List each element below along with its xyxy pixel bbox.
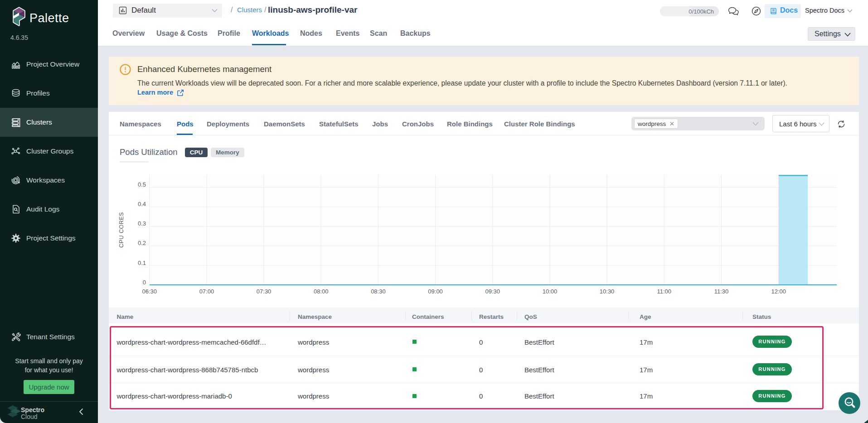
svg-text:11:30: 11:30 bbox=[714, 288, 729, 295]
svg-text:08:30: 08:30 bbox=[371, 288, 386, 295]
svg-text:0.5: 0.5 bbox=[138, 181, 146, 188]
svg-text:10:30: 10:30 bbox=[600, 288, 615, 295]
svg-text:07:30: 07:30 bbox=[257, 288, 272, 295]
svg-text:0.1: 0.1 bbox=[138, 260, 146, 266]
svg-text:0.2: 0.2 bbox=[138, 240, 146, 246]
svg-text:0.3: 0.3 bbox=[138, 220, 146, 227]
svg-text:0.4: 0.4 bbox=[138, 201, 146, 207]
svg-text:09:00: 09:00 bbox=[428, 288, 443, 295]
svg-text:CPU CORES: CPU CORES bbox=[118, 212, 125, 248]
svg-text:10:00: 10:00 bbox=[543, 288, 558, 295]
svg-text:07:00: 07:00 bbox=[199, 288, 214, 295]
svg-text:12:00: 12:00 bbox=[771, 288, 786, 295]
svg-text:08:00: 08:00 bbox=[314, 288, 329, 295]
svg-text:11:00: 11:00 bbox=[657, 288, 672, 295]
svg-text:09:30: 09:30 bbox=[485, 288, 500, 295]
svg-text:0: 0 bbox=[143, 279, 146, 286]
svg-text:06:30: 06:30 bbox=[142, 288, 157, 295]
